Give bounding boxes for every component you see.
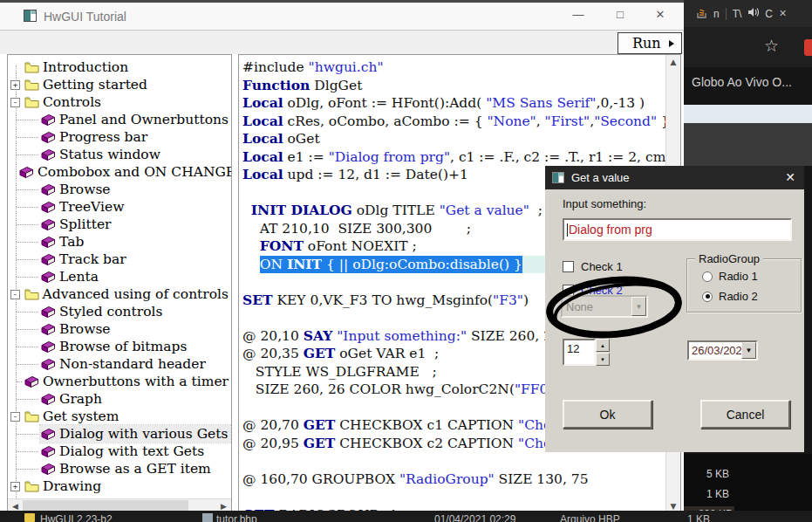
tree-item-label: Browse of bitmaps xyxy=(59,339,187,354)
tree-item-label: Dialog with text Gets xyxy=(59,443,204,459)
tree-item[interactable]: Track bar xyxy=(8,251,231,268)
tree-item[interactable]: Browse as a GET item xyxy=(8,460,231,477)
radio-2-label: Radio 2 xyxy=(719,290,758,303)
book-icon xyxy=(41,131,56,144)
tree-item-label: Progress bar xyxy=(59,129,147,145)
code-line: Local cRes, oCombo, aCombo := { "None", … xyxy=(242,113,665,131)
tree-item-label: Browse xyxy=(59,182,111,197)
code-line xyxy=(242,452,665,470)
checkbox-row-1[interactable]: Check 1 xyxy=(563,260,623,273)
tree-item[interactable]: Browse of bitmaps xyxy=(8,338,231,355)
radio-2[interactable] xyxy=(702,292,713,302)
tab-label-t[interactable]: T\ xyxy=(733,8,742,20)
tab-label-c[interactable]: C xyxy=(765,8,773,20)
tree-item[interactable]: Combobox and ON CHANGE e xyxy=(8,163,231,181)
tree-item-label: Ownerbuttons with a timer xyxy=(43,374,229,389)
book-icon xyxy=(41,253,56,266)
close-button[interactable]: ✕ xyxy=(649,8,672,21)
tree-item[interactable]: +Drawing xyxy=(8,477,231,495)
run-button[interactable]: Run xyxy=(618,32,682,54)
book-icon xyxy=(24,375,39,388)
radio-row-2[interactable]: Radio 2 xyxy=(702,290,758,303)
collapse-minus-icon[interactable]: - xyxy=(10,412,20,422)
folder-icon xyxy=(24,410,39,423)
tree-item[interactable]: Browse xyxy=(8,181,231,198)
tree-item[interactable]: -Controls xyxy=(8,93,231,111)
tree-item-label: Track bar xyxy=(59,251,126,267)
spinner-input[interactable]: 12 xyxy=(563,339,596,366)
text-input[interactable]: Dialog from prg xyxy=(563,218,792,241)
tree-item[interactable]: +Getting started xyxy=(8,76,231,93)
maximize-button[interactable]: □ xyxy=(609,8,631,21)
expand-plus-icon[interactable]: + xyxy=(10,80,20,90)
radio-row-1[interactable]: Radio 1 xyxy=(702,270,758,283)
tree-item[interactable]: Dialog with text Gets xyxy=(8,443,231,460)
chevron-down-icon[interactable]: ▼ xyxy=(631,297,646,316)
tree-item[interactable]: Ownerbuttons with a timer xyxy=(8,373,231,390)
tree-item[interactable]: Panel and Ownerbuttons xyxy=(8,111,231,128)
run-arrow-icon xyxy=(669,40,674,47)
window-titlebar[interactable]: HwGUI Tutorial — □ ✕ xyxy=(0,3,684,31)
book-icon xyxy=(41,183,56,196)
tree-item-label: Get system xyxy=(43,409,119,424)
radio-1[interactable] xyxy=(702,271,713,282)
tutorial-tree[interactable]: Introduction+Getting started-ControlsPan… xyxy=(7,54,232,515)
checkbox-1[interactable] xyxy=(563,261,574,272)
tree-item[interactable]: Lenta xyxy=(8,268,231,285)
tree-item[interactable]: Tab xyxy=(8,233,231,251)
date-chevron-down-icon[interactable]: ▼ xyxy=(741,342,756,359)
bookmark-item[interactable]: Globo Ao Vivo O... xyxy=(692,75,812,93)
tree-item[interactable]: Non-standard header xyxy=(8,355,231,373)
tree-item[interactable]: Progress bar xyxy=(8,128,231,146)
text-caret xyxy=(567,223,568,237)
spinner-up-icon[interactable]: ▲ xyxy=(596,339,610,352)
toolbar: Run xyxy=(0,31,684,54)
tree-item[interactable]: -Get system xyxy=(8,408,231,425)
collapse-minus-icon[interactable]: - xyxy=(10,290,20,299)
explorer-file-name[interactable]: tutor.bhp xyxy=(216,513,257,522)
tree-item-label: Tab xyxy=(59,234,84,250)
red-extension-icon[interactable] xyxy=(804,39,812,56)
tree-item[interactable]: Dialog with various Gets xyxy=(8,425,231,443)
collapse-minus-icon[interactable]: - xyxy=(10,98,20,107)
ok-button[interactable]: Ok xyxy=(563,400,652,429)
tree-item[interactable]: Graph xyxy=(8,390,231,408)
book-icon xyxy=(41,340,56,354)
book-icon xyxy=(41,236,56,249)
tree-item[interactable]: TreeView xyxy=(8,198,231,216)
tab-close-icon[interactable]: ✕ xyxy=(779,8,787,19)
book-icon xyxy=(41,428,56,441)
dialog-close-icon[interactable]: ✕ xyxy=(785,170,795,184)
tree-item[interactable]: Introduction xyxy=(8,58,231,76)
tree-item-label: Dialog with various Gets xyxy=(59,426,228,442)
scroll-up-icon[interactable]: ▲ xyxy=(666,55,680,70)
tree-item[interactable]: Browse xyxy=(8,320,231,338)
tree-item[interactable]: Status window xyxy=(8,146,231,163)
cancel-button[interactable]: Cancel xyxy=(700,400,790,429)
explorer-size-cell: 5 KB xyxy=(684,466,731,483)
browser-addressbar: ☆ xyxy=(684,27,812,67)
expand-plus-icon[interactable]: + xyxy=(10,482,20,491)
get-a-value-dialog: Get a value ✕ Input something: Dialog fr… xyxy=(545,166,804,452)
file-icon xyxy=(202,513,213,522)
tree-item[interactable]: Splitter xyxy=(8,216,231,233)
tab-label-n[interactable]: n xyxy=(713,8,720,20)
explorer-file-date: 01/04/2021 02:29 xyxy=(434,513,515,522)
file-explorer-row: HwGUI 2.23-b2 tutor.bhp 01/04/2021 02:29… xyxy=(0,511,812,522)
folder-icon xyxy=(24,480,39,493)
tree-item-label: Combobox and ON CHANGE e xyxy=(38,164,232,180)
code-line: @ 160,70 GROUPBOX "RadioGroup" SIZE 130,… xyxy=(242,470,665,489)
explorer-folder-name[interactable]: HwGUI 2.23-b2 xyxy=(40,513,113,522)
tree-item-label: Lenta xyxy=(59,269,99,285)
bookmark-star-icon[interactable]: ☆ xyxy=(764,36,779,56)
spinner-down-icon[interactable]: ▼ xyxy=(596,353,610,366)
tree-item[interactable]: Styled controls xyxy=(8,303,231,320)
tree-item-label: Status window xyxy=(59,147,160,162)
dialog-titlebar[interactable]: Get a value ✕ xyxy=(545,166,804,189)
tree-item[interactable]: -Advanced using of controls xyxy=(8,285,231,303)
tree-item-label: Non-standard header xyxy=(59,356,206,372)
minimize-button[interactable]: — xyxy=(567,8,590,21)
date-picker[interactable]: 26/03/202 ▼ xyxy=(687,340,758,361)
book-icon xyxy=(41,113,56,127)
combobox-disabled[interactable]: None ▼ xyxy=(561,295,648,318)
